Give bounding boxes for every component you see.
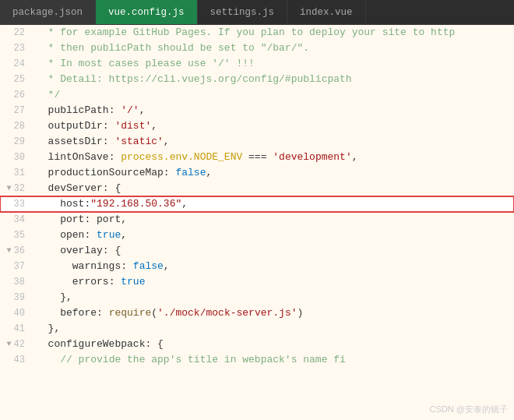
line-number: 40 <box>14 305 25 321</box>
code-content: lintOnSave: process.env.NODE_ENV === 'de… <box>33 150 514 165</box>
line-gutter: 25 <box>0 72 33 87</box>
line-number: 24 <box>14 56 25 72</box>
code-content: * In most cases please use '/' !!! <box>33 56 514 72</box>
code-line-row: 25 * Detail: https://cli.vuejs.org/confi… <box>0 72 514 87</box>
line-gutter: 38 <box>0 274 33 290</box>
tab-bar: package.json vue.config.js settings.js i… <box>0 0 514 25</box>
code-content: configureWebpack: { <box>33 337 514 352</box>
line-number: 33 <box>14 196 25 212</box>
code-content: assetsDir: 'static', <box>33 134 514 150</box>
line-number: 28 <box>14 118 25 134</box>
line-gutter: 40 <box>0 305 33 321</box>
line-number: 23 <box>14 41 25 56</box>
code-content: warnings: false, <box>33 259 514 274</box>
code-line-row: 41 }, <box>0 321 514 337</box>
line-gutter: 43 <box>0 352 33 368</box>
code-line-row: 33 host:"192.168.50.36", <box>0 196 514 212</box>
line-number: 22 <box>14 25 25 41</box>
line-number: 32 <box>14 181 25 196</box>
line-number: 41 <box>14 321 25 337</box>
code-line-row: 35 open: true, <box>0 228 514 243</box>
line-number: 42 <box>14 337 25 352</box>
code-content: before: require('./mock/mock-server.js') <box>33 305 514 321</box>
tab-index-vue[interactable]: index.vue <box>287 0 366 24</box>
code-line-row: 40 before: require('./mock/mock-server.j… <box>0 305 514 321</box>
line-gutter: 30 <box>0 150 33 165</box>
line-number: 38 <box>14 274 25 290</box>
code-content: productionSourceMap: false, <box>33 165 514 181</box>
code-line-row: 31 productionSourceMap: false, <box>0 165 514 181</box>
code-line-row: 28 outputDir: 'dist', <box>0 118 514 134</box>
code-line-row: 26 */ <box>0 87 514 103</box>
code-content: */ <box>33 87 514 103</box>
app-container: package.json vue.config.js settings.js i… <box>0 0 514 420</box>
code-content: overlay: { <box>33 243 514 259</box>
line-number: 39 <box>14 290 25 305</box>
line-gutter: 22 <box>0 25 33 41</box>
code-content: host:"192.168.50.36", <box>33 196 514 212</box>
code-line-row: ▼42 configureWebpack: { <box>0 337 514 352</box>
line-gutter: 33 <box>0 196 33 212</box>
code-line-row: 29 assetsDir: 'static', <box>0 134 514 150</box>
tab-settings-js[interactable]: settings.js <box>198 0 288 24</box>
code-line-row: 30 lintOnSave: process.env.NODE_ENV === … <box>0 150 514 165</box>
code-line-row: 22 * for example GitHub Pages. If you pl… <box>0 25 514 41</box>
code-content: outputDir: 'dist', <box>33 118 514 134</box>
line-gutter: 23 <box>0 41 33 56</box>
code-line-row: 27 publicPath: '/', <box>0 103 514 118</box>
line-gutter: ▼42 <box>0 337 33 352</box>
line-gutter: ▼32 <box>0 181 33 196</box>
line-number: 30 <box>14 150 25 165</box>
code-line-row: 43 // provide the app's title in webpack… <box>0 352 514 368</box>
code-content: * for example GitHub Pages. If you plan … <box>33 25 514 41</box>
line-gutter: 29 <box>0 134 33 150</box>
line-number: 34 <box>14 212 25 228</box>
fold-icon[interactable]: ▼ <box>7 181 12 196</box>
code-content: open: true, <box>33 228 514 243</box>
line-gutter: 31 <box>0 165 33 181</box>
line-gutter: 24 <box>0 56 33 72</box>
line-number: 36 <box>14 243 25 259</box>
line-gutter: 28 <box>0 118 33 134</box>
code-line-row: 24 * In most cases please use '/' !!! <box>0 56 514 72</box>
code-content: port: port, <box>33 212 514 228</box>
code-line-row: 34 port: port, <box>0 212 514 228</box>
code-line-row: 37 warnings: false, <box>0 259 514 274</box>
code-content: * Detail: https://cli.vuejs.org/config/#… <box>33 72 514 87</box>
tab-package-json[interactable]: package.json <box>0 0 96 24</box>
watermark: CSDN @安泰的镜子 <box>430 404 508 415</box>
line-number: 37 <box>14 259 25 274</box>
line-gutter: ▼36 <box>0 243 33 259</box>
line-gutter: 27 <box>0 103 33 118</box>
code-content: errors: true <box>33 274 514 290</box>
code-line-row: ▼36 overlay: { <box>0 243 514 259</box>
fold-icon[interactable]: ▼ <box>7 337 12 352</box>
code-content: devServer: { <box>33 181 514 196</box>
line-number: 29 <box>14 134 25 150</box>
line-number: 31 <box>14 165 25 181</box>
line-number: 43 <box>14 352 25 368</box>
code-line-row: 23 * then publicPath should be set to "/… <box>0 41 514 56</box>
code-content: publicPath: '/', <box>33 103 514 118</box>
line-gutter: 39 <box>0 290 33 305</box>
line-number: 35 <box>14 228 25 243</box>
code-content: // provide the app's title in webpack's … <box>33 352 514 368</box>
code-content: }, <box>33 290 514 305</box>
line-gutter: 35 <box>0 228 33 243</box>
code-content: }, <box>33 321 514 337</box>
tab-vue-config-js[interactable]: vue.config.js <box>96 0 198 24</box>
fold-icon[interactable]: ▼ <box>7 243 12 259</box>
line-number: 27 <box>14 103 25 118</box>
code-lines: 22 * for example GitHub Pages. If you pl… <box>0 25 514 368</box>
code-line-row: 39 }, <box>0 290 514 305</box>
code-content: * then publicPath should be set to "/bar… <box>33 41 514 56</box>
line-gutter: 37 <box>0 259 33 274</box>
line-number: 25 <box>14 72 25 87</box>
line-gutter: 26 <box>0 87 33 103</box>
line-number: 26 <box>14 87 25 103</box>
code-line-row: 38 errors: true <box>0 274 514 290</box>
line-gutter: 34 <box>0 212 33 228</box>
line-gutter: 41 <box>0 321 33 337</box>
code-line-row: ▼32 devServer: { <box>0 181 514 196</box>
code-area: 22 * for example GitHub Pages. If you pl… <box>0 25 514 420</box>
